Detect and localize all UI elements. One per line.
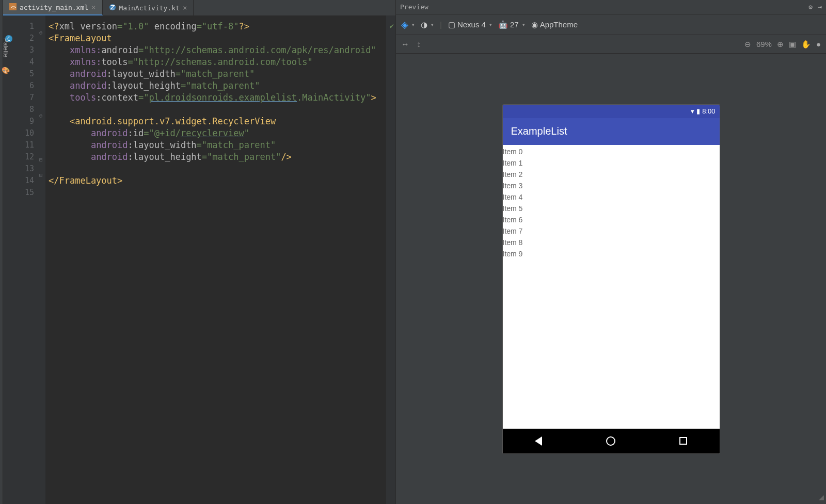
app-title: ExampleList xyxy=(511,125,567,137)
status-time: 8:00 xyxy=(702,107,715,115)
theme-icon: ◉ xyxy=(531,20,538,29)
editor-tabs: <> activity_main.xml × MainActivity.kt × xyxy=(3,0,395,15)
pan-vertical-icon[interactable]: ↕ xyxy=(417,40,421,49)
recycler-view[interactable]: Item 0 Item 1 Item 2 Item 3 Item 4 Item … xyxy=(503,145,720,429)
list-item[interactable]: Item 7 xyxy=(503,225,720,237)
warnings-icon[interactable]: ● xyxy=(816,40,821,48)
preview-pane: Preview ◈ ◑ | ▢ Nexus 4 🤖 27 ◉ AppTheme … xyxy=(395,0,826,504)
tab-activity-main-xml[interactable]: <> activity_main.xml × xyxy=(3,0,103,15)
zoom-level: 69% xyxy=(756,40,772,48)
hand-pan-icon[interactable]: ✋ xyxy=(801,40,811,49)
list-item[interactable]: Item 5 xyxy=(503,203,720,214)
preview-title: Preview xyxy=(400,3,428,11)
tab-label: activity_main.xml xyxy=(20,4,88,11)
gear-icon[interactable] xyxy=(808,3,813,11)
tab-label: MainActivity.kt xyxy=(119,4,180,12)
preview-canvas[interactable]: ▾ ▮ 8:00 ExampleList Item 0 Item 1 Item … xyxy=(396,54,826,504)
nav-home-icon[interactable] xyxy=(606,436,615,446)
palette-label: Palette xyxy=(2,38,9,57)
right-gutter: ✔ xyxy=(386,15,395,504)
analysis-ok-icon[interactable]: ✔ xyxy=(390,22,394,30)
nav-back-icon[interactable] xyxy=(535,436,542,446)
wifi-icon: ▾ xyxy=(691,107,694,115)
zoom-fit-icon[interactable]: ▣ xyxy=(789,40,796,49)
device-dropdown[interactable]: ▢ Nexus 4 xyxy=(448,20,492,29)
nav-recent-icon[interactable] xyxy=(679,437,687,445)
list-item[interactable]: Item 1 xyxy=(503,157,720,169)
device-frame: ▾ ▮ 8:00 ExampleList Item 0 Item 1 Item … xyxy=(503,105,720,453)
preview-sub-toolbar: ↔ ↕ ⊖ 69% ⊕ ▣ ✋ ● xyxy=(396,35,826,54)
line-numbers: 123456789101112131415 xyxy=(15,21,38,504)
android-icon: 🤖 xyxy=(498,20,508,29)
navigation-bar xyxy=(503,429,720,453)
design-surface-dropdown[interactable]: ◈ xyxy=(401,19,415,30)
zoom-out-icon[interactable]: ⊖ xyxy=(744,40,751,49)
app-bar: ExampleList xyxy=(503,118,720,145)
orientation-icon: ◑ xyxy=(421,20,427,29)
status-bar: ▾ ▮ 8:00 xyxy=(503,105,720,118)
battery-icon: ▮ xyxy=(696,107,700,115)
pan-horizontal-icon[interactable]: ↔ xyxy=(401,40,409,49)
preview-header: Preview xyxy=(396,0,826,14)
theme-dropdown[interactable]: ◉ AppTheme xyxy=(531,20,578,29)
xml-file-icon: <> xyxy=(9,3,17,12)
fold-column[interactable]: ⊖ ⊖ ⊟ ⊟ xyxy=(38,15,45,504)
list-item[interactable]: Item 0 xyxy=(503,146,720,157)
device-icon: ▢ xyxy=(448,20,455,29)
palette-strip[interactable]: Palette 🎨 xyxy=(0,35,11,97)
editor-pane: <> activity_main.xml × MainActivity.kt ×… xyxy=(3,0,395,504)
list-item[interactable]: Item 2 xyxy=(503,169,720,180)
palette-icon: 🎨 xyxy=(2,67,10,74)
close-icon[interactable]: × xyxy=(91,3,96,11)
layers-icon: ◈ xyxy=(401,19,408,30)
close-icon[interactable]: × xyxy=(183,4,187,12)
tab-main-activity-kt[interactable]: MainActivity.kt × xyxy=(103,0,194,15)
preview-toolbar: ◈ ◑ | ▢ Nexus 4 🤖 27 ◉ AppTheme xyxy=(396,14,826,35)
hide-panel-icon[interactable] xyxy=(818,3,822,11)
list-item[interactable]: Item 6 xyxy=(503,214,720,225)
kotlin-file-icon xyxy=(109,4,116,12)
list-item[interactable]: Item 9 xyxy=(503,248,720,259)
list-item[interactable]: Item 8 xyxy=(503,237,720,248)
list-item[interactable]: Item 3 xyxy=(503,180,720,191)
code-area[interactable]: C 123456789101112131415 ⊖ ⊖ ⊟ ⊟ <?xml ve… xyxy=(3,15,395,504)
api-dropdown[interactable]: 🤖 27 xyxy=(498,20,525,29)
resize-handle-icon[interactable]: ◢ xyxy=(819,492,824,502)
list-item[interactable]: Item 4 xyxy=(503,191,720,203)
code-text[interactable]: <?xml version="1.0" encoding="utf-8"?> <… xyxy=(45,15,386,504)
zoom-in-icon[interactable]: ⊕ xyxy=(777,40,784,49)
svg-text:<>: <> xyxy=(11,4,17,9)
orientation-dropdown[interactable]: ◑ xyxy=(421,20,434,29)
